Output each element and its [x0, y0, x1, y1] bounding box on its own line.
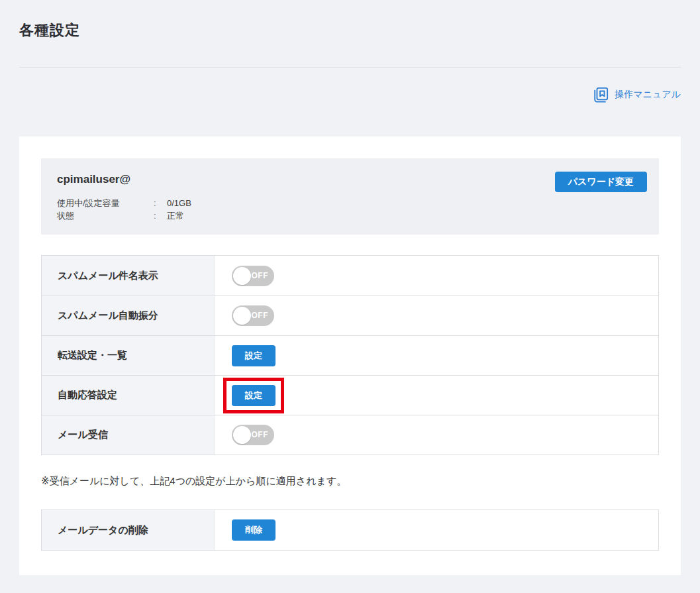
toggle-spam-auto-sort[interactable]: OFF: [232, 305, 274, 326]
settings-card: cpimailuser@ 使用中/設定容量 : 0/1GB 状態 : 正常 パス…: [19, 136, 681, 575]
manual-link[interactable]: 操作マニュアル: [593, 87, 681, 103]
manual-link-label: 操作マニュアル: [615, 89, 681, 101]
setting-label: スパムメール件名表示: [58, 270, 158, 282]
setting-label-cell: スパムメール件名表示: [42, 256, 215, 296]
detail-label: 使用中/設定容量: [57, 197, 154, 209]
toggle-state-label: OFF: [252, 266, 269, 286]
manual-book-icon: [593, 87, 609, 103]
setting-label: スパムメール自動振分: [58, 309, 158, 322]
setting-control-cell: OFF: [215, 296, 658, 335]
settings-table: スパムメール件名表示OFFスパムメール自動振分OFF転送設定・一覧設定自動応答設…: [41, 255, 659, 455]
toggle-state-label: OFF: [252, 425, 269, 445]
setting-control-cell: OFF: [215, 256, 658, 296]
setting-label: メール受信: [58, 429, 108, 441]
setting-row-spam-subject-display: スパムメール件名表示OFF: [42, 256, 658, 296]
page-title: 各種設定: [19, 0, 681, 40]
setting-row-mail-receive: メール受信OFF: [42, 415, 658, 455]
toggle-mail-receive[interactable]: OFF: [232, 425, 274, 445]
setting-label-cell: スパムメール自動振分: [42, 296, 215, 335]
setting-row-auto-reply-settings: 自動応答設定設定: [42, 375, 658, 415]
auto-reply-settings-button[interactable]: 設定: [232, 385, 275, 406]
setting-label-cell: メール受信: [42, 415, 215, 455]
mail-data-delete-button[interactable]: 削除: [232, 519, 275, 541]
toggle-spam-subject-display[interactable]: OFF: [232, 266, 274, 286]
toggle-knob: [233, 267, 251, 285]
detail-label: 状態: [57, 209, 154, 222]
setting-label-cell: メールデータの削除: [42, 510, 215, 550]
setting-label: 転送設定・一覧: [58, 349, 127, 362]
setting-control-cell: 設定: [215, 376, 658, 415]
toggle-knob: [233, 426, 251, 444]
setting-label: メールデータの削除: [58, 524, 148, 537]
setting-control-cell: 設定: [215, 336, 658, 375]
divider: [19, 67, 681, 68]
setting-row-mail-data-delete: メールデータの削除削除: [42, 510, 658, 550]
detail-separator: :: [154, 209, 160, 222]
account-info-box: cpimailuser@ 使用中/設定容量 : 0/1GB 状態 : 正常 パス…: [41, 158, 659, 235]
toggle-knob: [233, 307, 251, 325]
setting-label: 自動応答設定: [58, 389, 117, 402]
page: 各種設定 操作マニュアル cpimailuser@ 使用中/設定容量 : 0/1…: [19, 0, 681, 575]
delete-table: メールデータの削除削除: [41, 510, 659, 551]
change-password-button[interactable]: パスワード変更: [555, 172, 647, 192]
account-details: 使用中/設定容量 : 0/1GB 状態 : 正常: [57, 197, 643, 222]
setting-label-cell: 転送設定・一覧: [42, 336, 215, 375]
account-detail-row: 使用中/設定容量 : 0/1GB: [57, 197, 643, 209]
forwarding-settings-button[interactable]: 設定: [232, 345, 275, 366]
setting-control-cell: OFF: [215, 415, 658, 455]
manual-link-row: 操作マニュアル: [19, 85, 681, 105]
detail-value: 正常: [167, 209, 184, 222]
detail-separator: :: [154, 197, 160, 209]
setting-label-cell: 自動応答設定: [42, 376, 215, 415]
detail-value: 0/1GB: [167, 197, 191, 209]
account-detail-row: 状態 : 正常: [57, 209, 643, 222]
settings-note: ※受信メールに対して、上記4つの設定が上から順に適用されます。: [41, 474, 659, 488]
setting-row-forwarding-settings: 転送設定・一覧設定: [42, 335, 658, 375]
toggle-state-label: OFF: [252, 305, 269, 326]
setting-control-cell: 削除: [215, 510, 658, 550]
highlight-red-box: 設定: [223, 378, 284, 413]
setting-row-spam-auto-sort: スパムメール自動振分OFF: [42, 296, 658, 335]
